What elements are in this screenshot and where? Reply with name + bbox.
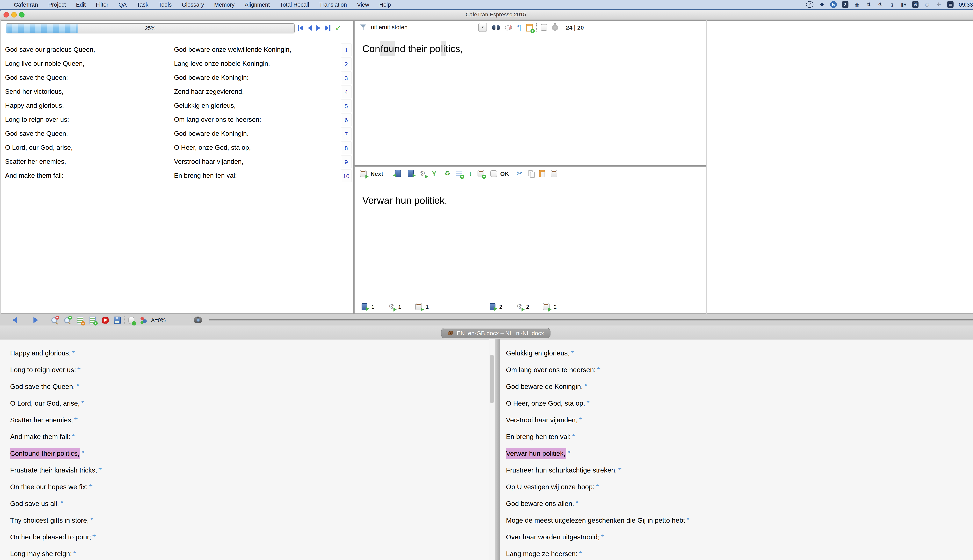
document-source-line[interactable]: On her be pleased to pour;◂▸: [0, 527, 489, 544]
menu-item-tools[interactable]: Tools: [159, 2, 172, 8]
segment-row[interactable]: God save the Queen.God beware de Koningi…: [1, 127, 353, 141]
next-match-icon[interactable]: [408, 170, 413, 177]
checkmark-circle-icon[interactable]: ✓: [806, 1, 814, 8]
next-button-label[interactable]: Next: [371, 170, 383, 177]
keyboard-viewer-icon[interactable]: ▤: [947, 1, 954, 8]
flux-icon[interactable]: ʒ: [889, 1, 895, 8]
menu-item-cafetran[interactable]: CafeTran: [14, 2, 38, 8]
menu-item-task[interactable]: Task: [137, 2, 149, 8]
paste-icon[interactable]: [539, 170, 545, 177]
document-target-column[interactable]: Gelukkig en glorieus,◂▸Om lang over ons …: [500, 339, 973, 560]
document-position-slider[interactable]: [209, 319, 973, 321]
document-tab[interactable]: EN_en-GB.docx – NL_nl-NL.docx: [441, 328, 551, 338]
window-titlebar[interactable]: CafeTran Espresso 2015: [0, 10, 973, 20]
menu-item-view[interactable]: View: [357, 2, 369, 8]
textexpander-icon[interactable]: te: [830, 1, 837, 8]
document-target-line[interactable]: God beware de Koningin.◂▸: [500, 377, 973, 393]
search-binoculars-icon[interactable]: [492, 25, 500, 30]
document-source-line[interactable]: Long to reign over us:◂▸: [0, 360, 489, 377]
zoom-in-icon[interactable]: [64, 317, 70, 323]
snapshot-icon[interactable]: [194, 317, 202, 323]
stop-icon[interactable]: ✖: [102, 317, 109, 323]
memory-chip-icon[interactable]: ▦: [854, 1, 860, 8]
document-target-line[interactable]: O Heer, onze God, sta op,◂▸: [500, 393, 973, 410]
statistics-icon[interactable]: [140, 317, 148, 323]
document-source-column[interactable]: Happy and glorious,◂▸Long to reign over …: [0, 339, 489, 560]
segment-row[interactable]: And make them fall:En breng hen ten val:…: [1, 169, 353, 183]
menu-item-glossary[interactable]: Glossary: [182, 2, 204, 8]
timer-icon[interactable]: [552, 24, 558, 30]
show-formatting-icon[interactable]: ¶: [517, 24, 521, 31]
phone-sync-icon[interactable]: ⇅: [865, 1, 872, 8]
document-source-line[interactable]: And make them fall:◂▸: [0, 427, 489, 443]
document-source-line[interactable]: On thee our hopes we fix:◂▸: [0, 477, 489, 493]
source-segment-text[interactable]: Confound their politics,: [362, 43, 463, 55]
segment-row[interactable]: Send her victorious,Zend haar zegevieren…: [1, 85, 353, 99]
document-target-line[interactable]: En breng hen ten val:◂▸: [500, 427, 973, 443]
segment-row[interactable]: God save our gracious Queen,God beware o…: [1, 43, 353, 57]
segment-row[interactable]: God save the Queen:God beware de Koningi…: [1, 71, 353, 85]
document-source-line[interactable]: Scatter her enemies,◂▸: [0, 410, 489, 427]
command-key-icon[interactable]: ⌘: [912, 1, 919, 8]
calendar-icon[interactable]: 3: [842, 1, 849, 8]
forward-icon[interactable]: [33, 317, 38, 323]
auto-assemble-icon[interactable]: ⚙: [420, 170, 426, 177]
segment-row[interactable]: O Lord, our God, arise,O Heer, onze God,…: [1, 141, 353, 155]
document-target-line[interactable]: Gelukkig en glorieus,◂▸: [500, 343, 973, 360]
menu-item-alignment[interactable]: Alignment: [245, 2, 270, 8]
document-target-line[interactable]: Moge de meest uitgelezen geschenken die …: [500, 510, 973, 527]
add-source-icon[interactable]: [129, 317, 134, 324]
clear-filter-icon[interactable]: [505, 25, 512, 30]
menu-item-total-recall[interactable]: Total Recall: [280, 2, 309, 8]
copy-icon[interactable]: [528, 170, 534, 177]
filter-funnel-icon[interactable]: [360, 24, 366, 30]
segment-row[interactable]: Long to reign over us:Om lang over ons t…: [1, 113, 353, 127]
sparkle-icon[interactable]: ✣: [935, 1, 942, 8]
menu-item-help[interactable]: Help: [379, 2, 391, 8]
source-checkbox[interactable]: [541, 24, 547, 31]
document-source-line[interactable]: Thy choicest gifts in store,◂▸: [0, 510, 489, 527]
add-to-memory-icon[interactable]: [478, 170, 484, 177]
menu-item-qa[interactable]: QA: [119, 2, 127, 8]
remove-row-icon[interactable]: [77, 317, 83, 324]
menu-item-filter[interactable]: Filter: [96, 2, 108, 8]
document-source-line[interactable]: God save us all.◂▸: [0, 493, 489, 510]
merge-segments-icon[interactable]: Y: [432, 170, 436, 177]
segment-row[interactable]: Scatter her enemies,Verstrooi haar vijan…: [1, 155, 353, 169]
filter-dropdown-button[interactable]: ▼: [478, 23, 487, 32]
ok-checkbox[interactable]: [491, 170, 497, 177]
menu-item-translation[interactable]: Translation: [319, 2, 347, 8]
target-segment-text[interactable]: Verwar hun politiek,: [362, 195, 447, 206]
time-machine-icon[interactable]: ◷: [924, 1, 930, 8]
cup-icon[interactable]: [551, 170, 557, 177]
save-icon[interactable]: [114, 317, 120, 324]
bartender-icon[interactable]: ▮▾: [900, 1, 907, 8]
document-target-line[interactable]: Op U vestigen wij onze hoop:◂▸: [500, 477, 973, 493]
zoom-out-icon[interactable]: [51, 317, 57, 323]
previous-segment-button[interactable]: [308, 25, 312, 31]
last-segment-button[interactable]: [325, 25, 331, 31]
checked-segments-icon[interactable]: ✓: [335, 23, 341, 32]
document-source-line[interactable]: Long may she reign:◂▸: [0, 544, 489, 560]
translate-again-icon[interactable]: ♻: [444, 170, 450, 177]
next-segment-button[interactable]: [316, 25, 320, 31]
segment-row[interactable]: Happy and glorious,Gelukkig en glorieus,…: [1, 99, 353, 113]
document-target-line[interactable]: Om lang over ons te heersen:◂▸: [500, 360, 973, 377]
menu-item-edit[interactable]: Edit: [76, 2, 85, 8]
document-target-line[interactable]: Lang moge ze heersen:◂▸: [500, 544, 973, 560]
new-memory-icon[interactable]: [526, 23, 533, 31]
menu-item-memory[interactable]: Memory: [214, 2, 235, 8]
insert-match-icon[interactable]: ↓: [469, 170, 472, 177]
onepassword-icon[interactable]: ①: [877, 1, 884, 8]
document-source-line[interactable]: God save the Queen.◂▸: [0, 377, 489, 393]
dropbox-icon[interactable]: ❖: [819, 1, 825, 8]
document-target-line[interactable]: Over haar worden uitgestrooid;◂▸: [500, 527, 973, 544]
segment-row[interactable]: Long live our noble Queen,Lang leve onze…: [1, 57, 353, 71]
cut-icon[interactable]: ✂: [517, 170, 523, 177]
add-row-icon[interactable]: [90, 317, 96, 324]
next-segment-cup-icon[interactable]: [360, 170, 367, 177]
document-source-line[interactable]: Confound their politics,◂▸: [0, 443, 489, 460]
ok-label[interactable]: OK: [500, 170, 509, 177]
document-target-line[interactable]: Verstrooi haar vijanden,◂▸: [500, 410, 973, 427]
document-source-line[interactable]: O Lord, our God, arise,◂▸: [0, 393, 489, 410]
